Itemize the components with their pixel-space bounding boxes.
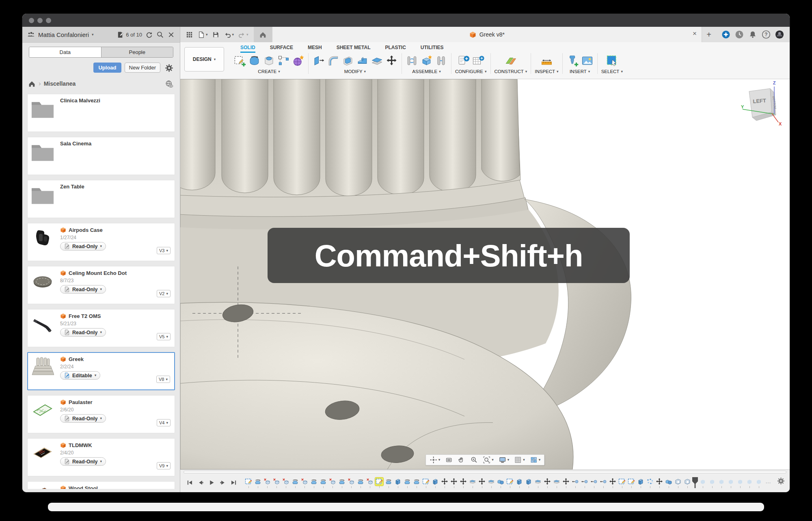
timeline-feature-mirror[interactable]	[599, 478, 607, 488]
timeline-feature-mirror[interactable]	[581, 478, 589, 488]
step-forward-button[interactable]	[218, 478, 227, 487]
timeline-feature-revolve[interactable]	[412, 478, 421, 488]
timeline-feature-combine[interactable]	[553, 478, 561, 488]
file-card[interactable]: Paulaster2/6/20Read-Only▾V4▾	[27, 395, 175, 433]
timeline-feature-combine[interactable]	[487, 478, 495, 488]
timeline-feature-sketch[interactable]	[375, 478, 383, 488]
sketch-tool-icon[interactable]	[233, 54, 246, 67]
folder-card[interactable]: Zen Table	[27, 180, 175, 218]
timeline-feature-extrude[interactable]	[637, 478, 645, 488]
timeline-feature-revolve[interactable]	[291, 478, 299, 488]
insert-fastener-tool-icon[interactable]	[566, 54, 579, 67]
timeline-feature-revolve[interactable]	[319, 478, 327, 488]
folder-card[interactable]: Clinica Malvezzi	[27, 94, 175, 132]
tab-data[interactable]: Data	[29, 47, 101, 57]
timeline-feature-sketch[interactable]	[618, 478, 626, 488]
ribbon-group-label[interactable]: CREATE▾	[258, 69, 280, 74]
file-card[interactable]: Wood Stool1/31/20Read-Only▾V3▾	[27, 481, 175, 489]
timeline-feature-move[interactable]	[655, 478, 663, 488]
access-dropdown[interactable]: Read-Only▾	[60, 414, 106, 423]
ribbon-tab-utilities[interactable]: UTILITIES	[421, 45, 444, 53]
timeline-feature-mirror[interactable]	[571, 478, 579, 488]
timeline-feature-move[interactable]	[609, 478, 617, 488]
ribbon-group-label[interactable]: MODIFY▾	[344, 69, 366, 74]
tab-people[interactable]: People	[101, 47, 173, 57]
notifications-bell-icon[interactable]	[748, 30, 757, 39]
search-button[interactable]	[156, 31, 164, 39]
timeline-feature-move[interactable]	[543, 478, 551, 488]
new-folder-button[interactable]: New Folder	[125, 63, 160, 73]
timeline-feature-cut[interactable]	[272, 478, 281, 488]
timeline-feature-extrude[interactable]	[431, 478, 439, 488]
timeline-feature-revolve[interactable]	[403, 478, 411, 488]
zoom-tool[interactable]	[470, 456, 478, 464]
timeline-feature-shell[interactable]	[674, 478, 682, 488]
move-tool-icon[interactable]	[385, 54, 398, 67]
canvas-tool-icon[interactable]	[581, 54, 594, 67]
timeline-playhead[interactable]	[692, 477, 698, 488]
skip-start-button[interactable]	[185, 478, 194, 487]
revolve-tool-icon[interactable]	[248, 54, 261, 67]
timeline-feature-sketch[interactable]	[244, 478, 253, 488]
rigid-group-tool-icon[interactable]	[435, 54, 447, 67]
job-queue-clock-icon[interactable]	[735, 30, 744, 39]
access-dropdown[interactable]: Read-Only▾	[60, 328, 106, 337]
shell-tool-icon[interactable]	[341, 54, 354, 67]
plane-tool-icon[interactable]	[504, 54, 517, 67]
job-status-button[interactable]: 6 of 10	[117, 31, 142, 39]
timeline-feature-combine[interactable]	[534, 478, 542, 488]
viewports-tool[interactable]: ▾	[530, 456, 541, 464]
config-table-tool-icon[interactable]	[472, 54, 484, 67]
step-back-button[interactable]	[196, 478, 205, 487]
configuration-tool-icon[interactable]	[457, 54, 470, 67]
viewport-3d[interactable]: LEFT BOTTOM Z Y X Command+Shift+h ▾▾▾▾▾	[180, 79, 790, 469]
ribbon-group-label[interactable]: ASSEMBLE▾	[412, 69, 441, 74]
window-close-button[interactable]	[29, 18, 34, 23]
timeline-feature-revolve[interactable]	[254, 478, 262, 488]
timeline-scrollbar-thumb[interactable]	[184, 471, 786, 473]
access-dropdown[interactable]: Read-Only▾	[60, 242, 106, 251]
ribbon-tab-sheet-metal[interactable]: SHEET METAL	[337, 45, 371, 53]
new-component-tool-icon[interactable]	[420, 54, 433, 67]
timeline-feature-cut[interactable]	[366, 478, 374, 488]
combine-tool-icon[interactable]	[356, 54, 369, 67]
press-pull-tool-icon[interactable]	[312, 54, 325, 67]
refresh-button[interactable]	[145, 31, 153, 39]
team-switcher[interactable]: Mattia Confalonieri ▾	[38, 31, 94, 38]
timeline-feature-join[interactable]	[665, 478, 673, 488]
upload-button[interactable]: Upload	[93, 63, 121, 73]
undo-button[interactable]: ▾	[222, 29, 236, 40]
ribbon-tab-solid[interactable]: SOLID	[240, 45, 255, 53]
ribbon-tab-plastic[interactable]: PLASTIC	[385, 45, 406, 53]
display-settings-tool[interactable]: ▾	[499, 456, 510, 464]
folder-card[interactable]: Sala Cinema	[27, 137, 175, 175]
look-at-tool[interactable]	[445, 456, 453, 464]
ribbon-group-label[interactable]: CONSTRUCT▾	[495, 69, 527, 74]
app-grid-icon[interactable]	[184, 29, 195, 40]
timeline-settings-gear-icon[interactable]	[777, 477, 785, 485]
view-cube[interactable]: LEFT BOTTOM Z Y X	[739, 80, 783, 126]
hole-tool-icon[interactable]	[263, 54, 275, 67]
timeline-feature-combine[interactable]	[469, 478, 477, 488]
timeline-feature-sketch[interactable]	[506, 478, 514, 488]
timeline-feature-sketch[interactable]	[627, 478, 635, 488]
ribbon-tab-surface[interactable]: SURFACE	[270, 45, 293, 53]
file-card[interactable]: TLDMWK2/4/20Read-Only▾V9▾	[27, 438, 175, 476]
file-menu-button[interactable]: ▾	[195, 29, 210, 40]
shared-view-icon[interactable]	[165, 80, 173, 88]
home-icon[interactable]	[28, 80, 36, 88]
version-dropdown[interactable]: V3▾	[157, 247, 171, 254]
access-dropdown[interactable]: Read-Only▾	[60, 285, 106, 294]
timeline-feature-extrude[interactable]	[525, 478, 533, 488]
timeline-feature-move[interactable]	[441, 478, 449, 488]
ribbon-group-label[interactable]: INSPECT▾	[535, 69, 558, 74]
timeline-feature-revolve[interactable]	[356, 478, 365, 488]
orbit-tool[interactable]: ▾	[430, 456, 441, 464]
extensions-icon[interactable]	[721, 30, 730, 39]
timeline-feature-move[interactable]	[450, 478, 458, 488]
timeline-feature-pattern[interactable]	[646, 478, 654, 488]
panel-settings-gear-icon[interactable]	[165, 64, 173, 72]
access-dropdown[interactable]: Editable▾	[60, 371, 100, 380]
timeline-feature-extrude[interactable]	[394, 478, 402, 488]
timeline-feature-move[interactable]	[562, 478, 570, 488]
